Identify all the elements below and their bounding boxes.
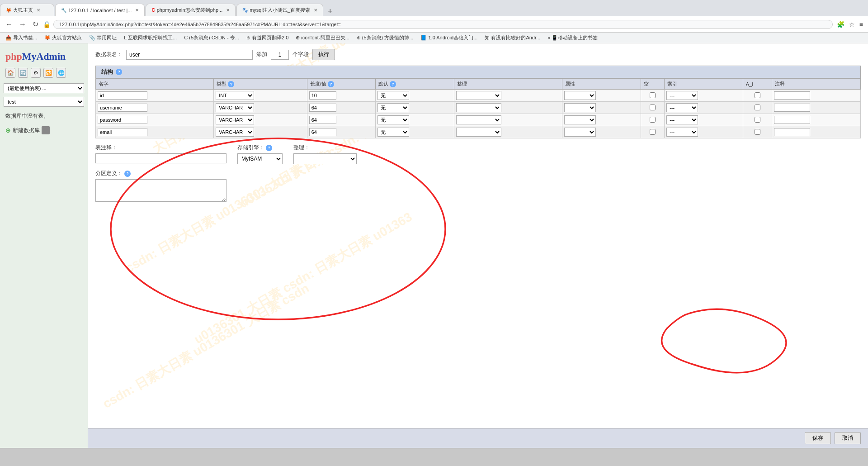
field-name-input-3[interactable] <box>98 128 147 136</box>
new-tab-button[interactable]: + <box>324 7 336 16</box>
field-comment-input-3[interactable] <box>774 128 810 136</box>
engine-select[interactable]: MyISAM InnoDB MEMORY <box>237 153 283 164</box>
partition-label: 分区定义： ? <box>95 170 861 177</box>
recent-tables-select[interactable]: (最近使用的表) ... <box>4 83 84 93</box>
partition-help-icon[interactable]: ? <box>124 171 131 177</box>
sync-icon-btn[interactable]: 🔁 <box>43 68 53 78</box>
field-null-checkbox-3[interactable] <box>650 129 656 135</box>
new-db-toggle-btn[interactable] <box>42 126 50 134</box>
menu-icon[interactable]: ≡ <box>858 20 864 29</box>
field-null-checkbox-0[interactable] <box>650 92 656 98</box>
field-index-select-1[interactable]: --- PRIMARY UNIQUE INDEX <box>666 103 698 112</box>
field-length-input-3[interactable] <box>309 128 336 136</box>
csdn-bookmark[interactable]: C (5条消息) CSDN - 专... <box>182 34 241 42</box>
length-help-icon[interactable]: ? <box>328 81 334 87</box>
field-type-select-1[interactable]: INT VARCHAR TEXT DATE <box>216 103 254 112</box>
field-length-input-1[interactable] <box>309 104 336 112</box>
fyheng-blog[interactable]: ⊕ (5条消息) 方缘恒的博... <box>355 34 415 42</box>
job-search[interactable]: L 互联网求职招聘找工... <box>122 34 179 42</box>
bookmarks-bar: 📥 导入书签... 🦊 火狐官方站点 📎 常用网址 L 互联网求职招聘找工...… <box>0 33 868 43</box>
partition-textarea[interactable] <box>95 179 226 202</box>
youdao-translate[interactable]: ⊕ 有道网页翻译2.0 <box>245 34 290 42</box>
col-header-type: 类型 ? <box>214 79 307 90</box>
home-icon-btn[interactable]: 🏠 <box>5 68 15 78</box>
refresh-button[interactable]: ↻ <box>31 19 40 29</box>
common-sites[interactable]: 📎 常用网址 <box>87 34 118 42</box>
field-collation-select-2[interactable] <box>456 115 501 124</box>
field-null-checkbox-1[interactable] <box>650 105 656 110</box>
field-collation-select-1[interactable] <box>456 103 501 112</box>
field-ai-checkbox-3[interactable] <box>755 129 760 135</box>
field-null-checkbox-2[interactable] <box>650 117 656 123</box>
database-select[interactable]: test <box>4 97 84 107</box>
field-default-select-3[interactable]: 无 NULL <box>377 128 409 137</box>
field-index-select-2[interactable]: --- PRIMARY UNIQUE INDEX <box>666 115 698 124</box>
structure-title: 结构 <box>101 68 113 76</box>
default-help-icon[interactable]: ? <box>390 81 396 87</box>
field-comment-input-1[interactable] <box>774 104 810 112</box>
field-length-input-0[interactable] <box>309 91 336 100</box>
comment-input[interactable] <box>95 153 226 163</box>
field-ai-checkbox-2[interactable] <box>755 117 760 123</box>
bookmark-icon[interactable]: ☆ <box>848 20 856 29</box>
tab-firefox-home[interactable]: 🦊 火狐主页 ✕ <box>0 4 54 16</box>
field-type-select-0[interactable]: INT VARCHAR TEXT DATE <box>216 91 254 100</box>
field-index-select-3[interactable]: --- PRIMARY UNIQUE INDEX <box>666 128 698 137</box>
mobile-bookmarks[interactable]: » 📱移动设备上的书签 <box>546 34 599 42</box>
tab-mysql-test[interactable]: 🐾 mysql注入小测试_百度搜索 ✕ <box>236 4 323 16</box>
collation-select[interactable]: utf8_general_ci latin1_swedish_ci <box>293 153 357 164</box>
tab-close-btn[interactable]: ✕ <box>314 8 317 13</box>
forward-button[interactable]: → <box>17 19 28 29</box>
field-name-input-2[interactable] <box>98 116 147 124</box>
field-type-select-3[interactable]: INT VARCHAR TEXT DATE <box>216 128 254 137</box>
field-ai-checkbox-0[interactable] <box>755 92 760 98</box>
field-comment-input-0[interactable] <box>774 91 810 100</box>
field-default-select-0[interactable]: 无 NULL CURRENT_TIMESTAMP <box>377 91 409 100</box>
save-button[interactable]: 保存 <box>805 432 831 444</box>
firefox-official[interactable]: 🦊 火狐官方站点 <box>42 34 84 42</box>
extra-icon-btn[interactable]: 🌐 <box>56 68 66 78</box>
tab-phpmyadmin-install[interactable]: C phpmyadmin怎么安装到php... ✕ <box>146 4 236 16</box>
tab-close-btn[interactable]: ✕ <box>37 8 40 13</box>
field-collation-select-3[interactable] <box>456 128 501 137</box>
field-type-select-2[interactable]: INT VARCHAR TEXT DATE <box>216 115 254 124</box>
field-name-input-0[interactable] <box>98 91 147 100</box>
field-index-select-0[interactable]: --- PRIMARY UNIQUE INDEX <box>666 91 698 100</box>
cancel-button[interactable]: 取消 <box>835 432 861 444</box>
table-name-row: 数据表名： 添加 个字段 执行 <box>95 49 861 60</box>
col-header-default: 默认 ? <box>376 79 454 90</box>
field-comment-input-2[interactable] <box>774 116 810 124</box>
android-resource[interactable]: 知 有没有比较好的Andr... <box>483 34 542 42</box>
field-attr-select-1[interactable] <box>564 103 596 112</box>
field-name-input-1[interactable] <box>98 104 147 112</box>
tab-close-btn[interactable]: ✕ <box>226 8 230 13</box>
settings-icon-btn[interactable]: ⚙ <box>31 68 41 78</box>
table-name-input[interactable] <box>126 50 253 60</box>
iconfont[interactable]: ⊕ iconfont-阿里巴巴矢... <box>294 34 351 42</box>
execute-button[interactable]: 执行 <box>312 49 335 60</box>
tab-close-btn[interactable]: ✕ <box>135 8 139 13</box>
lock-icon: 🔒 <box>43 21 51 28</box>
field-length-input-2[interactable] <box>309 116 336 124</box>
field-default-select-1[interactable]: 无 NULL <box>377 103 409 112</box>
engine-help-icon[interactable]: ? <box>266 145 272 151</box>
sidebar: phpMyAdmin 🏠 🔄 ⚙ 🔁 🌐 (最近使用的表) ... test 数… <box>0 43 88 448</box>
import-bookmarks[interactable]: 📥 导入书签... <box>4 34 39 42</box>
tab-phpmyadmin[interactable]: 🔧 127.0.0.1 / localhost / test |... ✕ <box>55 4 145 16</box>
refresh-icon-btn[interactable]: 🔄 <box>18 68 28 78</box>
extensions-icon[interactable]: 🧩 <box>835 20 846 29</box>
col-header-name: 名字 <box>96 79 214 90</box>
field-collation-select-0[interactable] <box>456 91 501 100</box>
back-button[interactable]: ← <box>4 19 14 29</box>
field-attr-select-0[interactable] <box>564 91 596 100</box>
field-attr-select-2[interactable] <box>564 115 596 124</box>
address-input[interactable] <box>53 20 833 29</box>
field-count-input[interactable] <box>271 50 289 60</box>
new-database-button[interactable]: ⊕ 新建数据库 <box>0 124 88 137</box>
type-help-icon[interactable]: ? <box>228 81 234 87</box>
android-basics[interactable]: 📘 1.0 Android基础入门... <box>419 34 479 42</box>
field-default-select-2[interactable]: 无 NULL <box>377 115 409 124</box>
field-ai-checkbox-1[interactable] <box>755 105 760 110</box>
structure-help-icon[interactable]: ? <box>116 69 122 75</box>
field-attr-select-3[interactable] <box>564 128 596 137</box>
